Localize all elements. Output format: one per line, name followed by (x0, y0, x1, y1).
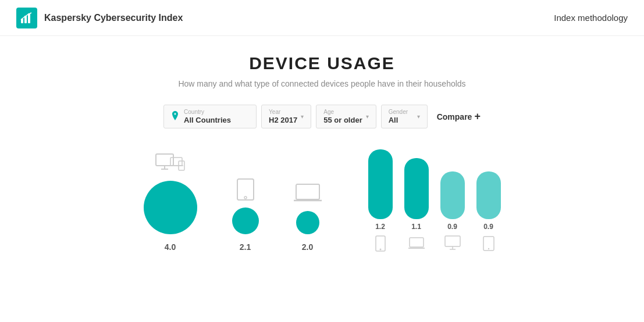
main-content: DEVICE USAGE How many and what type of c… (0, 36, 644, 263)
bar-tablet-small-icon (483, 235, 494, 252)
filter-bar: Country All Countries Year H2 2017 ▾ Age… (163, 105, 481, 128)
bubble-col-0: 4.0 (144, 151, 197, 252)
app-title: Kaspersky Cybersecurity Index (44, 13, 183, 23)
year-filter[interactable]: Year H2 2017 ▾ (261, 105, 311, 128)
year-filter-text: Year H2 2017 (269, 109, 297, 124)
bar-0 (368, 149, 393, 219)
svg-rect-2 (28, 13, 30, 23)
age-chevron-icon: ▾ (366, 113, 369, 120)
bar-value-1: 1.1 (411, 223, 421, 231)
bubble-0 (144, 181, 197, 234)
bar-col-3: 0.9 (476, 171, 501, 252)
header-left: Kaspersky Cybersecurity Index (16, 8, 183, 28)
country-value: All Countries (184, 116, 249, 124)
bubble-2 (296, 211, 319, 234)
bar-col-2: 0.9 (440, 171, 465, 252)
svg-point-10 (244, 196, 247, 199)
page-subtitle: How many and what type of connected devi… (178, 79, 465, 88)
age-value: 55 or older (323, 116, 362, 124)
gender-filter[interactable]: Gender All ▾ (381, 105, 428, 128)
country-filter[interactable]: Country All Countries (163, 105, 257, 128)
age-filter-text: Age 55 or older (323, 109, 362, 124)
svg-point-14 (379, 249, 381, 251)
bubble-label-1: 2.1 (240, 242, 251, 252)
index-methodology-link[interactable]: Index methodology (554, 13, 628, 23)
age-label: Age (323, 109, 362, 116)
bar-2 (440, 171, 465, 219)
bar-value-2: 0.9 (447, 223, 457, 231)
location-icon (171, 111, 179, 122)
bubble-label-2: 2.0 (302, 242, 313, 252)
country-filter-text: Country All Countries (184, 109, 249, 124)
gender-chevron-icon: ▾ (417, 113, 420, 120)
svg-point-21 (488, 248, 489, 249)
app-header: Kaspersky Cybersecurity Index Index meth… (0, 0, 644, 36)
age-filter[interactable]: Age 55 or older ▾ (316, 105, 376, 128)
gender-label: Gender (389, 109, 414, 116)
year-value: H2 2017 (269, 116, 297, 124)
multi-device-icon (155, 151, 186, 175)
year-label: Year (269, 109, 297, 116)
bar-value-3: 0.9 (483, 223, 493, 231)
bar-1 (404, 158, 429, 219)
svg-rect-6 (170, 158, 182, 166)
gender-value: All (389, 116, 414, 124)
bubble-col-2: 2.0 (294, 181, 322, 252)
laptop-icon (294, 181, 322, 205)
bubble-label-0: 4.0 (165, 242, 176, 252)
bubble-chart: 4.0 2.1 (144, 151, 322, 252)
chart-area: 4.0 2.1 (12, 149, 632, 252)
country-label: Country (184, 109, 249, 116)
svg-rect-11 (296, 184, 319, 199)
compare-plus-icon: + (474, 110, 481, 123)
gender-filter-text: Gender All (389, 109, 414, 124)
page-title: DEVICE USAGE (249, 53, 395, 73)
tablet-icon (236, 177, 255, 202)
bar-value-0: 1.2 (375, 223, 385, 231)
year-chevron-icon: ▾ (301, 113, 304, 120)
bar-col-1: 1.1 (404, 158, 429, 252)
svg-rect-15 (410, 238, 424, 247)
svg-rect-17 (445, 236, 460, 246)
bar-chart: 1.2 1.1 (368, 149, 501, 252)
bar-desktop-icon (444, 235, 461, 252)
bubble-col-1: 2.1 (232, 177, 259, 252)
compare-label: Compare (437, 112, 472, 121)
app-logo (16, 8, 37, 28)
bar-phone-icon (375, 235, 386, 252)
bar-col-0: 1.2 (368, 149, 393, 252)
bar-laptop-icon (408, 235, 425, 252)
compare-button[interactable]: Compare + (437, 110, 481, 123)
bubble-1 (232, 207, 259, 234)
bar-3 (476, 171, 501, 219)
